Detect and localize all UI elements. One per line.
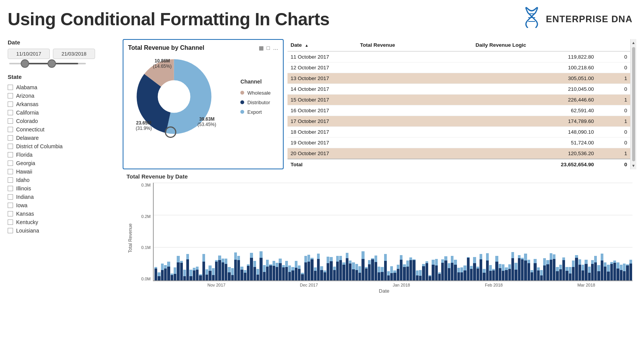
bar-group[interactable] xyxy=(375,256,377,280)
bar-group[interactable] xyxy=(183,270,186,280)
bar-group[interactable] xyxy=(578,259,581,280)
bar-group[interactable] xyxy=(202,254,205,280)
state-checkbox[interactable] xyxy=(8,135,13,141)
bar-group[interactable] xyxy=(355,264,358,280)
bar-group[interactable] xyxy=(594,256,597,280)
bar-group[interactable] xyxy=(349,260,352,280)
state-checkbox[interactable] xyxy=(8,177,13,183)
table-scroll[interactable]: 11 October 2017 119,822.80 0 12 October … xyxy=(288,52,630,167)
bar-group[interactable] xyxy=(565,267,568,280)
bar-group[interactable] xyxy=(276,263,278,280)
bar-group[interactable] xyxy=(237,256,240,280)
state-item[interactable]: Hawaii xyxy=(8,167,113,176)
state-checkbox[interactable] xyxy=(8,110,13,115)
bar-group[interactable] xyxy=(285,261,288,280)
bar-group[interactable] xyxy=(543,258,546,280)
state-checkbox[interactable] xyxy=(8,228,13,233)
state-item[interactable]: California xyxy=(8,108,113,117)
bar-group[interactable] xyxy=(263,265,266,280)
state-item[interactable]: Connecticut xyxy=(8,125,113,134)
state-item[interactable]: Indiana xyxy=(8,193,113,201)
bar-group[interactable] xyxy=(486,253,489,280)
bar-group[interactable] xyxy=(502,264,504,280)
scroll-down-arrow[interactable]: ▼ xyxy=(630,162,636,169)
bar-group[interactable] xyxy=(467,257,470,280)
bar-group[interactable] xyxy=(291,267,294,280)
bar-group[interactable] xyxy=(225,259,227,280)
bar-group[interactable] xyxy=(279,259,281,280)
bar-group[interactable] xyxy=(601,254,603,280)
bar-group[interactable] xyxy=(553,254,555,280)
bar-group[interactable] xyxy=(473,257,476,280)
bar-group[interactable] xyxy=(310,258,313,280)
state-checkbox[interactable] xyxy=(8,219,13,225)
bar-group[interactable] xyxy=(540,270,543,280)
state-checkbox[interactable] xyxy=(8,186,13,191)
state-checkbox[interactable] xyxy=(8,211,13,216)
bar-group[interactable] xyxy=(269,264,272,280)
bar-group[interactable] xyxy=(613,260,616,280)
bar-group[interactable] xyxy=(330,257,332,280)
bar-group[interactable] xyxy=(164,265,167,280)
bar-group[interactable] xyxy=(562,257,565,280)
bar-group[interactable] xyxy=(454,260,457,280)
state-item[interactable]: Iowa xyxy=(8,201,113,210)
bar-group[interactable] xyxy=(346,253,348,280)
bar-group[interactable] xyxy=(327,257,329,280)
bar-group[interactable] xyxy=(371,258,374,280)
bar-group[interactable] xyxy=(597,265,600,280)
bar-group[interactable] xyxy=(234,252,237,280)
bar-group[interactable] xyxy=(406,260,409,280)
bar-group[interactable] xyxy=(174,267,176,280)
bar-group[interactable] xyxy=(247,264,250,280)
bar-group[interactable] xyxy=(222,259,224,280)
state-item[interactable]: Georgia xyxy=(8,159,113,167)
bar-group[interactable] xyxy=(177,256,179,280)
bar-group[interactable] xyxy=(626,264,629,280)
bar-group[interactable] xyxy=(378,267,380,280)
bar-group[interactable] xyxy=(591,260,594,280)
expand-icon[interactable]: □ xyxy=(267,45,270,51)
state-item[interactable]: Illinois xyxy=(8,184,113,193)
bar-group[interactable] xyxy=(412,259,415,280)
bar-group[interactable] xyxy=(480,254,482,280)
bar-group[interactable] xyxy=(314,267,317,280)
bar-group[interactable] xyxy=(499,264,501,280)
bar-group[interactable] xyxy=(240,267,243,280)
bar-group[interactable] xyxy=(361,251,364,280)
bar-group[interactable] xyxy=(422,264,425,280)
bar-group[interactable] xyxy=(438,272,441,280)
bar-group[interactable] xyxy=(154,267,157,280)
bar-group[interactable] xyxy=(403,264,406,280)
state-item[interactable]: Louisiana xyxy=(8,226,113,235)
state-item[interactable]: District of Columbia xyxy=(8,142,113,151)
table-scrollbar[interactable]: ▲ ▼ xyxy=(630,39,636,169)
bar-group[interactable] xyxy=(215,260,218,280)
bar-group[interactable] xyxy=(186,254,189,280)
bar-group[interactable] xyxy=(273,261,275,280)
bar-group[interactable] xyxy=(381,267,383,280)
state-checkbox[interactable] xyxy=(8,93,13,98)
bar-group[interactable] xyxy=(231,268,234,280)
bar-group[interactable] xyxy=(559,265,562,280)
state-checkbox[interactable] xyxy=(8,118,13,124)
bar-group[interactable] xyxy=(432,260,434,280)
bar-group[interactable] xyxy=(604,262,606,280)
bar-group[interactable] xyxy=(244,270,246,280)
more-icon[interactable]: … xyxy=(273,45,278,51)
bar-group[interactable] xyxy=(588,267,591,280)
bar-group[interactable] xyxy=(387,271,390,280)
bar-group[interactable] xyxy=(572,260,575,280)
bar-group[interactable] xyxy=(537,267,540,280)
bar-group[interactable] xyxy=(426,261,428,280)
bar-group[interactable] xyxy=(205,269,208,280)
state-item[interactable]: Arizona xyxy=(8,92,113,100)
bar-group[interactable] xyxy=(511,252,514,280)
bar-group[interactable] xyxy=(228,267,230,280)
bar-group[interactable] xyxy=(629,260,632,280)
bar-group[interactable] xyxy=(260,251,262,280)
state-item[interactable]: Idaho xyxy=(8,176,113,184)
bar-group[interactable] xyxy=(317,254,320,280)
slider-thumb-right[interactable] xyxy=(48,59,56,68)
bar-group[interactable] xyxy=(304,256,307,280)
